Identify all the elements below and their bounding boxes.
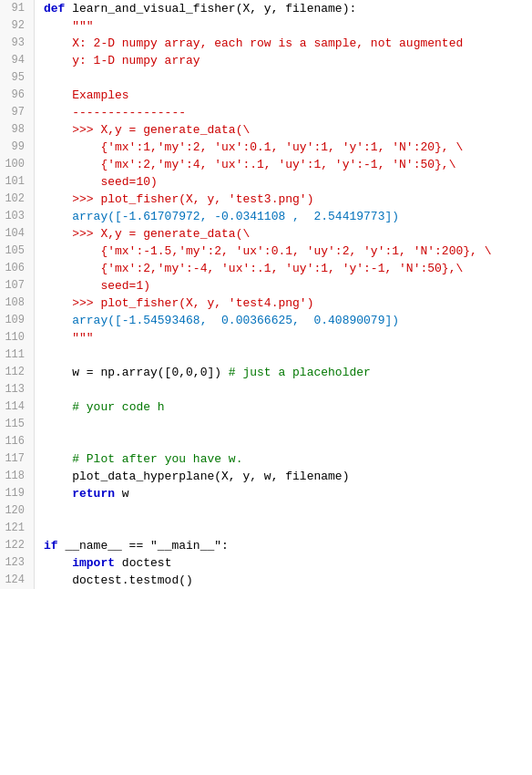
line-content — [35, 520, 532, 537]
code-line: 111 — [0, 346, 532, 364]
code-token: >>> plot_fisher(X, y, 'test4.png') — [44, 296, 313, 310]
line-content — [35, 381, 532, 398]
code-token: X: 2-D numpy array, each row is a sample… — [44, 36, 463, 50]
line-number: 108 — [0, 294, 35, 312]
line-content: w = np.array([0,0,0]) # just a placehold… — [35, 364, 532, 381]
line-number: 102 — [0, 191, 35, 208]
line-content: ---------------- — [35, 104, 532, 121]
code-token: ---------------- — [44, 106, 186, 119]
line-number: 124 — [0, 572, 35, 589]
line-number: 98 — [0, 121, 35, 139]
code-token: array([-1.61707972, -0.0341108 , 2.54419… — [44, 210, 399, 223]
code-token: doctest — [115, 556, 171, 570]
line-number: 123 — [0, 554, 35, 572]
line-number: 122 — [0, 537, 35, 554]
line-content: array([-1.61707972, -0.0341108 , 2.54419… — [35, 208, 532, 225]
code-token: # just a placeholder — [229, 366, 371, 379]
code-line: 105 {'mx':-1.5,'my':2, 'ux':0.1, 'uy':2,… — [0, 243, 532, 260]
code-line: 109 array([-1.54593468, 0.00366625, 0.40… — [0, 312, 532, 329]
line-number: 117 — [0, 450, 35, 468]
line-number: 107 — [0, 277, 35, 294]
line-number: 103 — [0, 208, 35, 225]
line-content: {'mx':2,'my':4, 'ux':.1, 'uy':1, 'y':-1,… — [35, 156, 532, 173]
line-content: # your code h — [35, 398, 532, 416]
code-token: w — [115, 487, 129, 501]
code-token: """ — [44, 331, 94, 345]
code-line: 114 # your code h — [0, 398, 532, 416]
line-content: Examples — [35, 87, 532, 104]
code-line: 122if __name__ == "__main__": — [0, 537, 532, 554]
line-number: 96 — [0, 87, 35, 104]
line-content: if __name__ == "__main__": — [35, 537, 532, 554]
line-content: """ — [35, 329, 532, 346]
line-number: 118 — [0, 468, 35, 485]
code-line: 92 """ — [0, 17, 532, 35]
code-token: w = np.array([0,0,0]) — [44, 366, 229, 379]
code-line: 117 # Plot after you have w. — [0, 450, 532, 468]
line-number: 120 — [0, 502, 35, 520]
line-content: >>> plot_fisher(X, y, 'test4.png') — [35, 294, 532, 312]
code-line: 104 >>> X,y = generate_data(\ — [0, 225, 532, 243]
code-line: 108 >>> plot_fisher(X, y, 'test4.png') — [0, 294, 532, 312]
line-content — [35, 433, 532, 450]
code-line: 101 seed=10) — [0, 173, 532, 191]
code-token: y: 1-D numpy array — [44, 54, 200, 67]
line-content — [35, 69, 532, 87]
line-content: def learn_and_visual_fisher(X, y, filena… — [35, 0, 532, 17]
line-content: """ — [35, 17, 532, 35]
code-token: __name__ == "__main__": — [58, 539, 229, 553]
code-line: 120 — [0, 502, 532, 520]
line-number: 104 — [0, 225, 35, 243]
code-line: 103 array([-1.61707972, -0.0341108 , 2.5… — [0, 208, 532, 225]
line-number: 95 — [0, 69, 35, 87]
line-number: 106 — [0, 260, 35, 277]
line-number: 114 — [0, 398, 35, 416]
code-token: # your code h — [72, 400, 164, 414]
code-token — [44, 400, 72, 414]
code-line: 124 doctest.testmod() — [0, 572, 532, 589]
line-number: 111 — [0, 346, 35, 364]
line-content: seed=1) — [35, 277, 532, 294]
code-line: 94 y: 1-D numpy array — [0, 52, 532, 69]
line-number: 105 — [0, 243, 35, 260]
line-content: seed=10) — [35, 173, 532, 191]
code-token — [44, 19, 72, 33]
line-content: y: 1-D numpy array — [35, 52, 532, 69]
line-content: array([-1.54593468, 0.00366625, 0.408900… — [35, 312, 532, 329]
code-line: 112 w = np.array([0,0,0]) # just a place… — [0, 364, 532, 381]
line-content: import doctest — [35, 554, 532, 572]
code-line: 99 {'mx':1,'my':2, 'ux':0.1, 'uy':1, 'y'… — [0, 139, 532, 156]
code-line: 123 import doctest — [0, 554, 532, 572]
code-token: seed=1) — [44, 279, 150, 293]
line-content: >>> X,y = generate_data(\ — [35, 121, 532, 139]
line-number: 115 — [0, 416, 35, 433]
line-content: doctest.testmod() — [35, 572, 532, 589]
code-line: 121 — [0, 520, 532, 537]
code-token: {'mx':1,'my':2, 'ux':0.1, 'uy':1, 'y':1,… — [44, 140, 463, 154]
code-line: 102 >>> plot_fisher(X, y, 'test3.png') — [0, 191, 532, 208]
line-content — [35, 346, 532, 364]
line-content — [35, 416, 532, 433]
code-token: {'mx':-1.5,'my':2, 'ux':0.1, 'uy':2, 'y'… — [44, 244, 491, 258]
line-number: 97 — [0, 104, 35, 121]
line-number: 110 — [0, 329, 35, 346]
line-content: >>> X,y = generate_data(\ — [35, 225, 532, 243]
code-line: 118 plot_data_hyperplane(X, y, w, filena… — [0, 468, 532, 485]
code-token — [44, 556, 72, 570]
line-number: 116 — [0, 433, 35, 450]
line-number: 119 — [0, 485, 35, 502]
line-number: 93 — [0, 35, 35, 52]
code-line: 115 — [0, 416, 532, 433]
code-token: return — [72, 487, 115, 501]
line-number: 92 — [0, 17, 35, 35]
line-content — [35, 502, 532, 520]
code-line: 113 — [0, 381, 532, 398]
code-token: # Plot after you have w. — [72, 452, 242, 466]
code-token — [44, 487, 72, 501]
code-line: 98 >>> X,y = generate_data(\ — [0, 121, 532, 139]
line-number: 121 — [0, 520, 35, 537]
code-line: 91def learn_and_visual_fisher(X, y, file… — [0, 0, 532, 17]
code-token: (X, y, filename): — [236, 2, 357, 16]
code-token: def — [44, 2, 72, 16]
code-token: learn_and_visual_fisher — [72, 2, 235, 16]
